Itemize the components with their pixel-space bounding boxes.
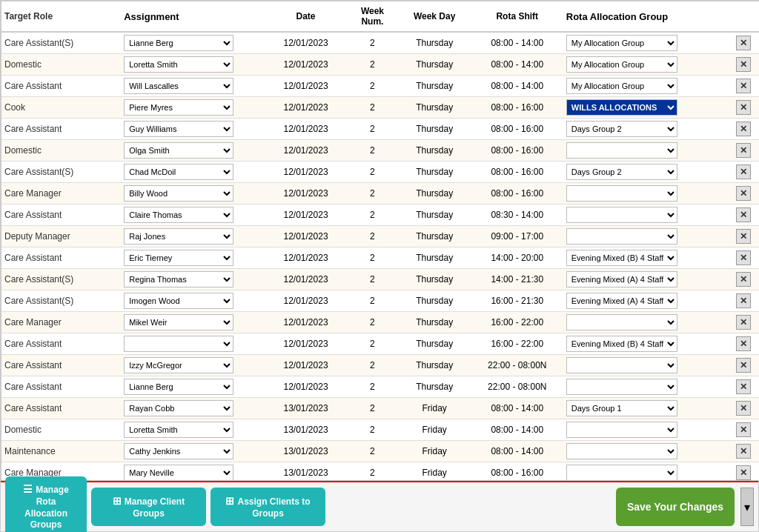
alloc-group-cell[interactable]: Evening Mixed (A) 4 Staff — [563, 269, 733, 290]
alloc-group-cell[interactable] — [563, 312, 733, 333]
delete-button[interactable]: ✕ — [736, 379, 751, 394]
delete-cell[interactable]: ✕ — [733, 441, 759, 462]
alloc-group-select[interactable] — [566, 422, 677, 438]
alloc-group-select[interactable]: Days Group 2 — [566, 164, 677, 180]
alloc-group-select[interactable]: My Allocation Group — [566, 35, 677, 51]
manage-rota-allocation-groups-button[interactable]: ☰Manage RotaAllocation Groups — [5, 476, 87, 532]
delete-button[interactable]: ✕ — [736, 250, 751, 265]
alloc-group-cell[interactable]: Days Group 2 — [563, 162, 733, 183]
assignment-select[interactable]: Loretta Smith — [124, 56, 233, 73]
delete-button[interactable]: ✕ — [736, 358, 751, 373]
assignment-cell[interactable]: Will Lascalles — [121, 76, 264, 97]
assignment-cell[interactable]: Lianne Berg — [121, 376, 264, 398]
delete-cell[interactable]: ✕ — [733, 76, 759, 97]
scroll-down-button[interactable]: ▾ — [740, 488, 754, 526]
assignment-select[interactable]: Izzy McGregor — [124, 357, 233, 373]
assignment-select[interactable]: Loretta Smith — [124, 422, 233, 438]
assignment-select[interactable]: Mikel Weir — [124, 314, 233, 330]
delete-cell[interactable]: ✕ — [733, 140, 759, 162]
save-your-changes-button[interactable]: Save Your Changes — [616, 488, 735, 526]
alloc-group-cell[interactable]: Days Group 2 — [563, 119, 733, 140]
delete-button[interactable]: ✕ — [736, 401, 751, 416]
delete-cell[interactable]: ✕ — [733, 162, 759, 183]
assignment-select[interactable]: Raj Jones — [124, 228, 233, 245]
assignment-cell[interactable]: Piere Myres — [121, 97, 264, 119]
alloc-group-cell[interactable]: My Allocation Group — [563, 54, 733, 76]
assignment-select[interactable]: Claire Thomas — [124, 207, 233, 223]
delete-cell[interactable]: ✕ — [733, 398, 759, 419]
alloc-group-select[interactable]: Evening Mixed (A) 4 Staff — [566, 271, 677, 287]
delete-cell[interactable]: ✕ — [733, 355, 759, 376]
alloc-group-cell[interactable] — [563, 462, 733, 482]
alloc-group-cell[interactable] — [563, 419, 733, 441]
delete-cell[interactable]: ✕ — [733, 333, 759, 355]
delete-cell[interactable]: ✕ — [733, 205, 759, 226]
assignment-cell[interactable]: Claire Thomas — [121, 205, 264, 226]
alloc-group-select[interactable]: Evening Mixed (A) 4 Staff — [566, 293, 677, 309]
alloc-group-select[interactable] — [566, 379, 677, 395]
assignment-select[interactable]: Will Lascalles — [124, 78, 233, 94]
alloc-group-select[interactable] — [566, 443, 677, 459]
assignment-cell[interactable]: Mikel Weir — [121, 312, 264, 333]
alloc-group-select[interactable]: Evening Mixed (B) 4 Staff — [566, 336, 677, 352]
alloc-group-cell[interactable] — [563, 226, 733, 247]
assignment-select[interactable]: Lianne Berg — [124, 379, 233, 395]
alloc-group-select[interactable]: My Allocation Group — [566, 78, 677, 94]
assignment-cell[interactable] — [121, 333, 264, 355]
alloc-group-cell[interactable] — [563, 205, 733, 226]
assignment-select[interactable]: Mary Neville — [124, 465, 233, 481]
assignment-cell[interactable]: Regina Thomas — [121, 269, 264, 290]
delete-button[interactable]: ✕ — [736, 229, 751, 244]
delete-cell[interactable]: ✕ — [733, 247, 759, 269]
delete-button[interactable]: ✕ — [736, 57, 751, 72]
delete-button[interactable]: ✕ — [736, 186, 751, 201]
delete-button[interactable]: ✕ — [736, 315, 751, 330]
alloc-group-cell[interactable]: Days Group 1 — [563, 398, 733, 419]
assignment-cell[interactable]: Guy Williams — [121, 119, 264, 140]
delete-button[interactable]: ✕ — [736, 272, 751, 287]
delete-button[interactable]: ✕ — [736, 79, 751, 93]
alloc-group-select[interactable] — [566, 357, 677, 373]
assignment-select[interactable]: Eric Tierney — [124, 250, 233, 266]
alloc-group-cell[interactable] — [563, 355, 733, 376]
assignment-select[interactable]: Chad McDoil — [124, 164, 233, 180]
delete-button[interactable]: ✕ — [736, 122, 751, 136]
delete-button[interactable]: ✕ — [736, 164, 751, 179]
alloc-group-select[interactable]: WILLS ALLOCATIONS — [566, 99, 677, 116]
delete-cell[interactable]: ✕ — [733, 419, 759, 441]
assignment-select[interactable]: Billy Wood — [124, 185, 233, 202]
assignment-select[interactable]: Imogen Wood — [124, 293, 233, 309]
assignment-select[interactable]: Piere Myres — [124, 99, 233, 116]
assignment-cell[interactable]: Loretta Smith — [121, 54, 264, 76]
alloc-group-cell[interactable]: My Allocation Group — [563, 76, 733, 97]
main-table-container[interactable]: Target Role Assignment Date Week Num. We… — [1, 1, 759, 481]
assign-clients-to-groups-button[interactable]: ⊞Assign Clients toGroups — [211, 488, 325, 526]
assignment-select[interactable]: Lianne Berg — [124, 35, 233, 51]
assignment-cell[interactable]: Billy Wood — [121, 183, 264, 205]
assignment-cell[interactable]: Mary Neville — [121, 462, 264, 482]
alloc-group-select[interactable]: Days Group 1 — [566, 400, 677, 416]
delete-cell[interactable]: ✕ — [733, 269, 759, 290]
alloc-group-cell[interactable] — [563, 441, 733, 462]
delete-button[interactable]: ✕ — [736, 465, 751, 480]
alloc-group-select[interactable] — [566, 142, 677, 159]
alloc-group-cell[interactable]: My Allocation Group — [563, 32, 733, 54]
alloc-group-select[interactable] — [566, 228, 677, 245]
alloc-group-select[interactable]: Evening Mixed (B) 4 Staff — [566, 250, 677, 266]
delete-button[interactable]: ✕ — [736, 336, 751, 351]
delete-button[interactable]: ✕ — [736, 100, 751, 115]
delete-button[interactable]: ✕ — [736, 36, 751, 50]
alloc-group-select[interactable]: Days Group 2 — [566, 121, 677, 137]
alloc-group-select[interactable]: My Allocation Group — [566, 56, 677, 73]
delete-button[interactable]: ✕ — [736, 422, 751, 437]
delete-cell[interactable]: ✕ — [733, 97, 759, 119]
delete-cell[interactable]: ✕ — [733, 312, 759, 333]
alloc-group-select[interactable] — [566, 185, 677, 202]
assignment-select[interactable]: Olga Smith — [124, 142, 233, 159]
alloc-group-select[interactable] — [566, 207, 677, 223]
delete-cell[interactable]: ✕ — [733, 119, 759, 140]
assignment-cell[interactable]: Chad McDoil — [121, 162, 264, 183]
assignment-cell[interactable]: Imogen Wood — [121, 290, 264, 312]
alloc-group-cell[interactable]: Evening Mixed (A) 4 Staff — [563, 290, 733, 312]
alloc-group-cell[interactable] — [563, 140, 733, 162]
